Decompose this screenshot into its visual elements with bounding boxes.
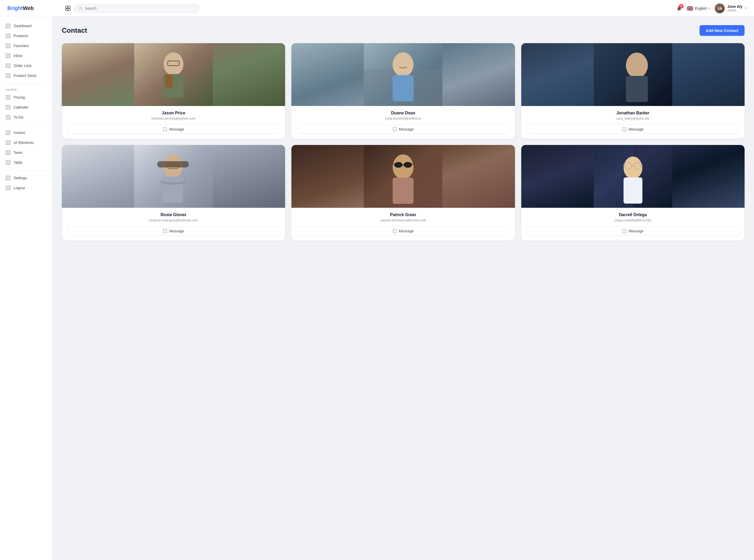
contact-info-2: Duane Dean rusty.botsford@wilfrid.io Mes… [291,106,515,139]
contact-photo-3 [521,43,745,106]
sidebar-item-products[interactable]: Products [0,31,52,41]
svg-rect-1 [68,6,70,8]
language-selector[interactable]: 🇬🇧 English ▾ [687,5,710,12]
flag-icon: 🇬🇧 [687,5,693,12]
menu-toggle-button[interactable] [65,5,71,11]
svg-rect-2 [65,8,67,11]
pricing-icon [6,95,11,100]
invoice-icon [6,130,11,135]
chevron-down-icon: ▾ [709,6,710,10]
message-button-3[interactable]: Message [526,124,739,134]
user-name: Jone Aly [727,4,742,8]
page-title: Contact [62,26,87,35]
contact-photo-4 [62,145,285,208]
svg-rect-62 [393,75,414,101]
contact-photo-1 [62,43,285,106]
contact-name-6: Darrell Ortega [526,213,739,217]
sidebar-item-ui-elements[interactable]: UI Elements [0,138,52,147]
contact-name-2: Duane Dean [297,111,509,115]
language-label: English [695,6,707,11]
sidebar-divider-2 [4,125,48,125]
contact-email-1: kuhlman.jermey@yahoo.com [67,117,280,120]
main-content: Contact Add New Contact Jason Price kuhl… [52,17,754,560]
notification-button[interactable]: 6 [676,5,682,11]
svg-rect-78 [157,161,189,167]
page-header: Contact Add New Contact [62,25,745,36]
sidebar-item-table[interactable]: Table [0,158,52,167]
contact-email-6: chaya.shields@ferry.info [526,218,739,222]
favorites-icon [6,43,11,48]
sidebar-label-product-stock: Product Stock [14,74,36,78]
contact-info-1: Jason Price kuhlman.jermey@yahoo.com Mes… [62,106,285,139]
search-bar[interactable] [74,4,199,13]
svg-point-53 [164,52,183,73]
message-label-3: Message [629,127,643,132]
brand-web: Web [23,5,34,11]
brand-logo[interactable]: Bright Web [7,5,60,11]
sidebar-item-inbox[interactable]: Inbox [0,51,52,61]
contact-photo-5 [291,145,515,208]
message-icon-2 [393,127,397,132]
products-icon [6,34,11,38]
contact-card-2: Duane Dean rusty.botsford@wilfrid.io Mes… [291,43,515,139]
contact-info-5: Patrick Greer pearlie.eichmann@trevion.n… [291,208,515,240]
svg-rect-3 [68,8,70,11]
calender-icon [6,105,11,109]
message-button-2[interactable]: Message [297,124,509,134]
svg-point-87 [394,162,403,168]
sidebar-item-todo[interactable]: To-Do [0,112,52,122]
contact-email-3: cora_haley@quinn.biz [526,117,739,120]
team-icon [6,150,11,155]
sidebar-label-pricing: Pricing [14,95,25,99]
add-new-contact-button[interactable]: Add New Contact [699,25,745,36]
sidebar-item-settings[interactable]: Settings [0,173,52,183]
inbox-icon [6,53,11,58]
contact-info-3: Jonathan Barker cora_haley@quinn.biz Mes… [521,106,745,139]
message-label-1: Message [169,127,184,132]
search-input[interactable] [85,6,195,11]
sidebar-label-products: Products [14,34,28,38]
sidebar-label-todo: To-Do [14,115,23,119]
message-icon-4 [163,229,167,233]
table-icon [6,160,11,165]
message-icon-1 [163,127,167,132]
sidebar-item-dashboard[interactable]: Dashboard [0,21,52,31]
topnav: Bright Web 6 🇬🇧 English ▾ [0,0,754,17]
message-button-5[interactable]: Message [297,226,509,236]
sidebar-item-order-lists[interactable]: Order Lists [0,61,52,71]
contact-name-4: Rosie Glover [67,213,280,217]
sidebar-item-logout[interactable]: Logout [0,183,52,193]
svg-rect-55 [165,75,173,88]
message-button-1[interactable]: Message [67,124,280,134]
user-role: Admin [727,8,742,12]
sidebar-label-invoice: Invoice [14,131,25,135]
topnav-right: 6 🇬🇧 English ▾ JA Jone Aly Admin ▾ [676,3,747,13]
svg-rect-69 [626,76,648,102]
user-profile[interactable]: JA Jone Aly Admin ▾ [715,3,747,13]
svg-point-70 [626,53,647,76]
message-icon-3 [622,127,626,132]
sidebar-label-dashboard: Dashboard [14,24,32,28]
contact-email-4: lockman.marques@hotmail.com [67,218,280,222]
message-button-6[interactable]: Message [526,226,739,236]
message-button-4[interactable]: Message [67,226,280,236]
message-label-4: Message [169,229,184,233]
sidebar-item-favorites[interactable]: Favorites [0,41,52,51]
contact-card-1: Jason Price kuhlman.jermey@yahoo.com Mes… [62,43,285,139]
sidebar-item-invoice[interactable]: Invoice [0,128,52,138]
search-icon [79,6,83,11]
contact-card-6: Darrell Ortega chaya.shields@ferry.info … [521,145,745,240]
sidebar-item-product-stock[interactable]: Product Stock [0,71,52,81]
contact-card-4: Rosie Glover lockman.marques@hotmail.com… [62,145,285,240]
sidebar-item-pricing[interactable]: Pricing [0,93,52,102]
svg-rect-0 [65,6,67,8]
product-stock-icon [6,73,11,78]
contact-card-5: Patrick Greer pearlie.eichmann@trevion.n… [291,145,515,240]
contact-name-3: Jonathan Barker [526,111,739,115]
sidebar-item-calender[interactable]: Calender [0,102,52,112]
contact-grid: Jason Price kuhlman.jermey@yahoo.com Mes… [62,43,745,240]
sidebar-item-team[interactable]: Team [0,147,52,158]
sidebar-label-logout: Logout [14,186,25,190]
settings-icon [6,176,11,180]
sidebar-label-order-lists: Order Lists [14,64,32,68]
